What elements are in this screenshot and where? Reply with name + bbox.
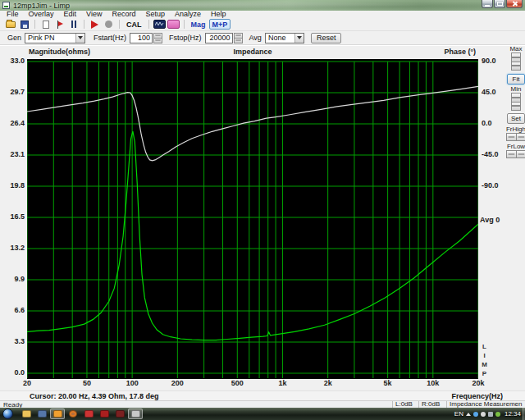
min-spinner[interactable] — [511, 93, 521, 111]
open-file-button[interactable] — [4, 19, 16, 30]
probe-setup-button[interactable] — [167, 19, 180, 30]
fstart-input[interactable]: 100 — [130, 33, 153, 43]
antivirus-tray-icon[interactable] — [495, 412, 500, 417]
fit-button[interactable]: Fit — [507, 74, 525, 84]
start-button[interactable] — [2, 409, 13, 419]
magnitude-view-button[interactable]: Mag — [189, 19, 208, 30]
maximize-button[interactable] — [494, 0, 505, 8]
new-file-icon — [43, 21, 49, 29]
avg-value: None — [268, 34, 286, 42]
acrobat-icon-button[interactable] — [97, 409, 112, 419]
generator-select[interactable]: Pink PN — [25, 33, 85, 43]
clock[interactable]: 12:34 — [504, 410, 521, 418]
menu-bar: FileOverlayEditViewRecordSetupAnalyzeHel… — [0, 11, 525, 18]
firefox-icon-button[interactable] — [66, 409, 80, 419]
calibrate-button[interactable]: CAL — [124, 19, 144, 30]
phase-tick-label: 0.0 — [482, 120, 492, 127]
new-file-button[interactable] — [39, 19, 52, 30]
frequency-tick-label: 500 — [225, 380, 249, 387]
fstop-label: Fstop(Hz) — [169, 34, 202, 42]
mode-pane: Impedance Measuremen — [446, 401, 525, 408]
magnitude-tick-label: 29.7 — [2, 89, 25, 96]
set-button[interactable]: Set — [507, 113, 525, 124]
magnitude-tick-label: 26.4 — [2, 120, 25, 127]
menu-help[interactable]: Help — [206, 11, 231, 18]
pause-icon — [71, 21, 76, 28]
network-tray-icon[interactable] — [488, 412, 493, 417]
impedance-plot[interactable] — [27, 59, 478, 379]
reset-button[interactable]: Reset — [311, 33, 342, 43]
fstart-spinner[interactable] — [153, 33, 162, 43]
menu-analyze[interactable]: Analyze — [170, 11, 206, 18]
spin-left-icon — [506, 150, 517, 158]
pause-button[interactable] — [67, 19, 80, 30]
spin-up-icon — [234, 33, 243, 39]
image-app-icon-button[interactable] — [50, 409, 65, 419]
phase-tick-label: -45.0 — [482, 151, 499, 158]
save-file-button[interactable] — [18, 19, 30, 30]
record-start-button[interactable] — [89, 19, 101, 30]
spin-down-icon — [153, 39, 162, 43]
minimize-button[interactable] — [482, 0, 493, 8]
update-tray-icon[interactable] — [481, 412, 486, 417]
red-app-icon-button[interactable] — [81, 409, 96, 419]
magnitude-tick-label: 33.0 — [2, 57, 25, 65]
image-app-icon — [53, 410, 62, 418]
toolbar: CAL Mag M+P — [0, 18, 525, 31]
limp-app-icon-button[interactable] — [128, 409, 143, 419]
frlow-spinner[interactable] — [506, 150, 525, 158]
tray-expand-icon[interactable] — [466, 413, 471, 416]
frequency-tick-label: 1k — [270, 380, 294, 387]
magnitude-tick-label: 16.5 — [2, 213, 25, 221]
frequency-tick-label: 200 — [165, 380, 189, 387]
taskbar-apps — [19, 409, 143, 419]
menu-file[interactable]: File — [2, 11, 24, 18]
impedance-magnitude-curve — [27, 131, 478, 340]
magnitude-tick-label: 19.8 — [2, 182, 25, 189]
menu-record[interactable]: Record — [107, 11, 140, 18]
max-spinner[interactable] — [511, 52, 521, 71]
record-stop-button[interactable] — [103, 19, 115, 30]
spin-down-icon — [234, 39, 243, 43]
probe-icon — [167, 20, 180, 29]
corel-app-icon-button[interactable] — [112, 409, 127, 419]
menu-edit[interactable]: Edit — [59, 11, 82, 18]
frequency-tick-label: 100 — [120, 380, 144, 387]
avg-select[interactable]: None — [265, 33, 304, 43]
media-app-icon-button[interactable] — [34, 409, 49, 419]
phase-tick-label: 90.0 — [482, 57, 496, 65]
chevron-down-icon[interactable] — [294, 34, 304, 43]
red-app-icon — [84, 410, 94, 418]
close-button[interactable] — [506, 0, 523, 8]
magnitude-phase-view-button[interactable]: M+P — [209, 19, 231, 30]
taskbar: EN 12:34 — [0, 408, 525, 420]
signal-icon — [153, 20, 166, 29]
fstop-input[interactable]: 20000 — [205, 33, 233, 43]
phase-axis-title: Phase (°) — [410, 48, 476, 56]
gen-label: Gen — [7, 34, 21, 42]
close-icon — [512, 1, 518, 7]
explorer-icon-button[interactable] — [19, 409, 34, 419]
menu-view[interactable]: View — [81, 11, 107, 18]
frhigh-spinner[interactable] — [506, 133, 525, 141]
firefox-icon — [69, 410, 77, 418]
fstop-spinner[interactable] — [234, 33, 243, 43]
generator-bar: Gen Pink PN Fstart(Hz) 100 Fstop(Hz) 200… — [0, 31, 525, 45]
menu-setup[interactable]: Setup — [140, 11, 170, 18]
language-indicator[interactable]: EN — [454, 410, 463, 418]
explorer-icon — [22, 410, 31, 418]
tray-app-icon[interactable] — [473, 412, 478, 417]
left-level-pane: L:0dB — [392, 401, 418, 408]
spin-up-icon — [153, 33, 162, 39]
acrobat-icon — [100, 410, 109, 418]
frequency-tick-label: 20 — [15, 380, 39, 387]
frhigh-label: FrHigh — [502, 126, 525, 133]
phase-tick-label: -90.0 — [482, 182, 499, 189]
menu-overlay[interactable]: Overlay — [24, 11, 59, 18]
fstart-label: Fstart(Hz) — [94, 34, 126, 42]
avg-label: Avg — [249, 34, 262, 42]
rlc-measure-button[interactable] — [153, 19, 166, 30]
spin-right-icon — [517, 150, 525, 158]
marker-button[interactable] — [53, 19, 66, 30]
chevron-down-icon[interactable] — [75, 34, 84, 43]
